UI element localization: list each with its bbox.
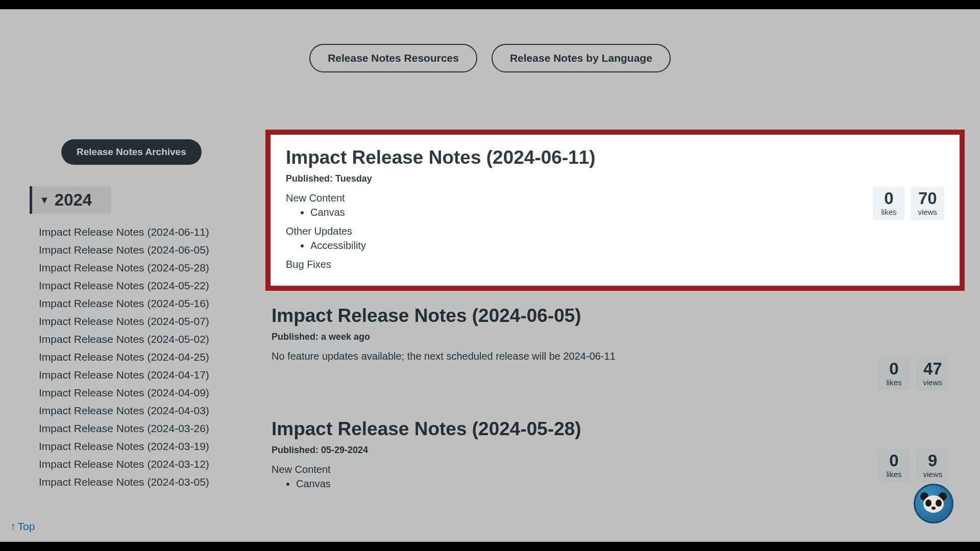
sidebar-item[interactable]: Impact Release Notes (2024-03-19) xyxy=(39,440,244,453)
views-label: views xyxy=(923,378,942,387)
sidebar-item[interactable]: Impact Release Notes (2024-03-12) xyxy=(39,458,244,470)
release-published: Published: 05-29-2024 xyxy=(272,445,949,456)
release-title[interactable]: Impact Release Notes (2024-05-28) xyxy=(272,418,949,440)
section-heading-new-content: New Content xyxy=(286,192,944,204)
sidebar-item[interactable]: Impact Release Notes (2024-05-16) xyxy=(39,297,244,310)
sidebar-item[interactable]: Impact Release Notes (2024-05-28) xyxy=(39,262,244,274)
release-stats: 0 likes 9 views xyxy=(878,449,949,483)
release-card: Impact Release Notes (2024-05-28) Publis… xyxy=(265,418,965,511)
likes-stat[interactable]: 0 likes xyxy=(873,187,904,220)
release-notes-archives-button[interactable]: Release Notes Archives xyxy=(61,139,202,165)
likes-count: 0 xyxy=(885,360,902,377)
new-content-list: Canvas xyxy=(310,205,944,219)
release-title[interactable]: Impact Release Notes (2024-06-11) xyxy=(286,147,944,168)
sidebar-item[interactable]: Impact Release Notes (2024-04-17) xyxy=(39,369,244,381)
views-count: 70 xyxy=(918,190,937,207)
page-content: Release Notes Resources Release Notes by… xyxy=(0,9,980,542)
likes-stat[interactable]: 0 likes xyxy=(878,449,910,483)
likes-stat[interactable]: 0 likes xyxy=(878,357,910,391)
views-label: views xyxy=(923,470,942,479)
caret-down-icon: ▼ xyxy=(39,194,50,206)
sidebar-item[interactable]: Impact Release Notes (2024-04-09) xyxy=(39,387,244,399)
section-heading-new-content: New Content xyxy=(272,464,949,475)
release-published: Published: a week ago xyxy=(272,332,949,342)
year-label: 2024 xyxy=(55,190,92,210)
section-heading-bug-fixes: Bug Fixes xyxy=(286,259,944,270)
chat-widget-button[interactable] xyxy=(914,484,953,523)
release-card: Impact Release Notes (2024-06-05) Publis… xyxy=(265,305,965,383)
likes-label: likes xyxy=(885,378,902,387)
release-published: Published: Tuesday xyxy=(286,173,944,184)
arrow-up-icon: ↑ xyxy=(10,520,16,532)
other-updates-list: Accessibility xyxy=(310,238,944,253)
release-stats: 0 likes 70 views xyxy=(873,187,944,220)
release-notes-resources-button[interactable]: Release Notes Resources xyxy=(309,44,477,72)
views-label: views xyxy=(918,208,937,216)
views-stat[interactable]: 9 views xyxy=(916,449,949,483)
likes-count: 0 xyxy=(880,190,897,207)
sidebar-item[interactable]: Impact Release Notes (2024-04-03) xyxy=(39,405,244,417)
sidebar: Release Notes Archives ▼ 2024 Impact Rel… xyxy=(30,139,244,494)
views-stat[interactable]: 70 views xyxy=(911,187,944,220)
sidebar-item[interactable]: Impact Release Notes (2024-05-07) xyxy=(39,315,244,328)
views-stat[interactable]: 47 views xyxy=(916,357,949,391)
release-title[interactable]: Impact Release Notes (2024-06-05) xyxy=(272,305,949,327)
views-count: 47 xyxy=(923,360,942,377)
sidebar-item[interactable]: Impact Release Notes (2024-06-05) xyxy=(39,244,244,256)
likes-label: likes xyxy=(880,208,897,216)
sidebar-item[interactable]: Impact Release Notes (2024-05-22) xyxy=(39,280,244,292)
likes-count: 0 xyxy=(885,452,902,469)
sidebar-item[interactable]: Impact Release Notes (2024-05-02) xyxy=(39,333,244,345)
release-body: No feature updates available; the next s… xyxy=(272,350,949,362)
release-card-highlighted: Impact Release Notes (2024-06-11) Publis… xyxy=(265,130,965,291)
release-list-main: Impact Release Notes (2024-06-11) Publis… xyxy=(265,130,965,525)
panda-icon xyxy=(920,492,947,515)
year-toggle-2024[interactable]: ▼ 2024 xyxy=(30,186,111,214)
release-stats: 0 likes 47 views xyxy=(878,357,949,391)
release-notes-by-language-button[interactable]: Release Notes by Language xyxy=(492,44,671,72)
new-content-list: Canvas xyxy=(296,477,949,491)
likes-label: likes xyxy=(885,470,902,479)
list-item: Accessibility xyxy=(310,238,944,253)
sidebar-item[interactable]: Impact Release Notes (2024-03-05) xyxy=(39,476,244,488)
top-link-label: Top xyxy=(18,520,35,532)
sidebar-item[interactable]: Impact Release Notes (2024-04-25) xyxy=(39,351,244,363)
section-heading-other-updates: Other Updates xyxy=(286,226,944,237)
list-item: Canvas xyxy=(296,477,949,491)
sidebar-item[interactable]: Impact Release Notes (2024-03-26) xyxy=(39,422,244,435)
top-button-row: Release Notes Resources Release Notes by… xyxy=(0,9,980,98)
views-count: 9 xyxy=(923,452,942,469)
back-to-top-link[interactable]: ↑Top xyxy=(10,520,35,533)
sidebar-item[interactable]: Impact Release Notes (2024-06-11) xyxy=(39,226,244,238)
list-item: Canvas xyxy=(310,205,944,219)
